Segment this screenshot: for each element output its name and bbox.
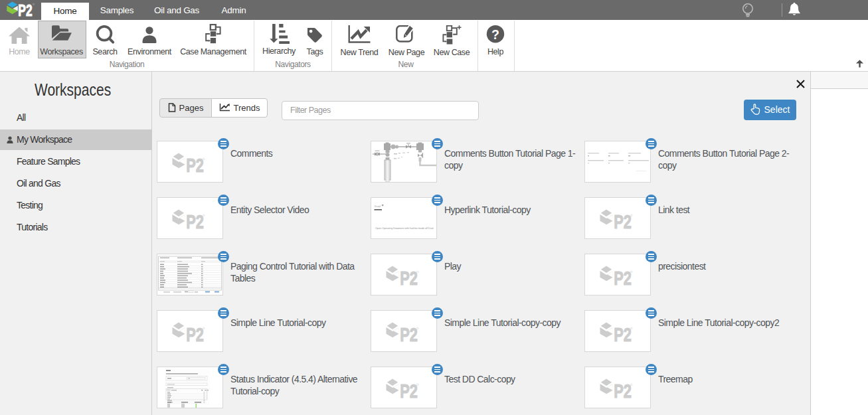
svg-text:Open Operating Datament with h: Open Operating Datament with hairline mo… [375,227,434,230]
svg-text:?: ? [491,27,499,42]
svg-text:Dual: Dual [375,205,381,208]
svg-text:P2: P2 [18,2,32,19]
